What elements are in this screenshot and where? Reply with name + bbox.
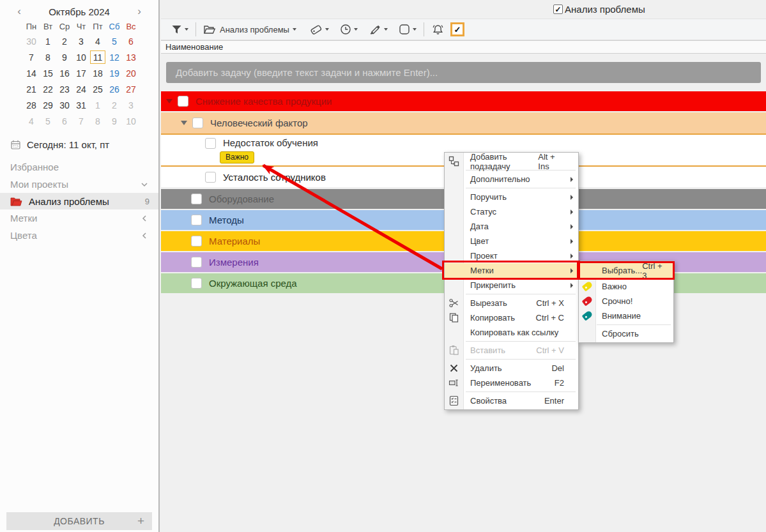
menu-item-date[interactable]: Дата [445,219,578,234]
calendar-day[interactable]: 24 [73,81,89,97]
calendar-day[interactable]: 5 [40,113,56,129]
calendar-day[interactable]: 9 [106,113,123,129]
submenu-item-urgent[interactable]: Срочно! [579,294,673,308]
calendar-day[interactable]: 8 [40,49,56,65]
menu-separator [466,294,576,294]
sidebar-item-my-projects[interactable]: Мои проекты [0,176,158,193]
menu-item-add-subtask[interactable]: Добавить подзадачу Alt + Ins [445,154,578,169]
date-button[interactable] [337,22,360,37]
menu-item-copy-as-link[interactable]: Копировать как ссылку [445,325,578,340]
submenu-item-attention[interactable]: Внимание [579,308,673,323]
add-task-input[interactable]: Добавить задачу (введите текст задачи и … [166,62,761,83]
calendar-day[interactable]: 17 [73,65,89,81]
menu-item-attach[interactable]: Прикрепить [445,278,578,293]
sidebar-item-colors[interactable]: Цвета [0,227,158,244]
calendar-day[interactable]: 6 [56,113,73,129]
calendar-day[interactable]: 1 [89,97,106,113]
calendar-day[interactable]: 10 [73,49,89,65]
calendar-day[interactable]: 16 [56,65,73,81]
task-checkbox[interactable] [192,118,203,128]
task-row-quality-decline[interactable]: Снижение качества продукции [161,91,766,111]
menu-item-copy[interactable]: Копировать Ctrl + C [445,310,578,325]
calendar-day-today[interactable]: 11 [90,50,105,64]
calendar-day[interactable]: 30 [23,33,40,49]
filter-button[interactable] [169,22,190,37]
calendar-day[interactable]: 20 [123,65,139,81]
calendar-day[interactable]: 21 [23,81,40,97]
calendar-day[interactable]: 30 [56,97,73,113]
menu-item-more[interactable]: Дополнительно [445,172,578,186]
sidebar-item-problem-analysis[interactable]: Анализ проблемы 9 [0,193,158,209]
calendar-day[interactable]: 4 [89,33,106,49]
collapse-triangle-icon[interactable] [181,121,187,125]
calendar-day[interactable]: 5 [106,33,123,49]
menu-item-labels[interactable]: Метки [445,263,578,278]
calendar-day[interactable]: 7 [73,113,89,129]
today-shortcut[interactable]: Сегодня: 11 окт, пт [0,139,158,150]
project-selector-button[interactable]: Анализ проблемы [201,22,298,36]
submenu-item-important[interactable]: Важно [579,279,673,294]
labels-button[interactable] [307,22,331,37]
submenu-item-choose[interactable]: Выбрать... Ctrl + 3 [579,262,673,279]
calendar-day[interactable]: 2 [56,33,73,49]
task-checkbox[interactable] [178,96,188,107]
menu-item-project[interactable]: Проект [445,248,578,263]
menu-item-label: Свойства [470,396,507,406]
menu-item-cut[interactable]: Вырезать Ctrl + X [445,296,578,310]
calendar-day[interactable]: 26 [106,81,123,97]
calendar-day[interactable]: 28 [23,97,40,113]
task-checkbox[interactable] [191,257,202,268]
calendar-day[interactable]: 13 [123,49,139,65]
calendar-day[interactable]: 23 [56,81,73,97]
project-checkbox[interactable]: ✓ [553,4,563,14]
task-label-chip[interactable]: Важно [220,151,254,163]
calendar-prev-icon[interactable]: ‹ [14,5,24,18]
task-row-human-factor[interactable]: Человеческий фактор [161,112,766,133]
menu-item-delete[interactable]: Удалить Del [445,361,578,376]
menu-item-properties[interactable]: Свойства Enter [445,393,578,408]
calendar-day[interactable]: 15 [40,65,56,81]
calendar-next-icon[interactable]: › [134,5,144,18]
calendar-day[interactable]: 10 [123,113,139,129]
color-button[interactable] [366,22,390,37]
calendar-day[interactable]: 7 [23,49,40,65]
show-completed-toggle[interactable]: ✓ [450,22,464,36]
menu-item-status[interactable]: Статус [445,204,578,219]
task-checkbox[interactable] [191,278,202,289]
calendar-day[interactable]: 22 [40,81,56,97]
menu-item-color[interactable]: Цвет [445,234,578,248]
collapse-triangle-icon[interactable] [166,99,172,103]
calendar-day[interactable]: 6 [123,33,139,49]
status-frame-button[interactable] [396,22,418,37]
calendar-header: ‹ Октябрь 2024 › [0,0,158,19]
sidebar-item-labels[interactable]: Метки [0,209,158,227]
submenu-item-reset[interactable]: Сбросить [579,326,673,341]
task-checkbox[interactable] [191,194,202,204]
calendar-day[interactable]: 27 [123,81,139,97]
task-checkbox[interactable] [191,215,202,225]
calendar-day[interactable]: 4 [23,113,40,129]
calendar-day[interactable]: 8 [89,113,106,129]
column-header[interactable]: Наименование [161,40,766,54]
calendar-day[interactable]: 9 [56,49,73,65]
menu-item-rename[interactable]: Переименовать F2 [445,376,578,390]
add-button[interactable]: ДОБАВИТЬ + [6,512,152,530]
notifications-button[interactable] [429,22,447,37]
calendar-day[interactable]: 12 [106,49,123,65]
sidebar-item-favorites[interactable]: Избранное [0,158,158,176]
calendar-day[interactable]: 3 [73,33,89,49]
task-checkbox[interactable] [205,172,216,183]
calendar-day[interactable]: 2 [106,97,123,113]
calendar-day[interactable]: 31 [73,97,89,113]
task-checkbox[interactable] [191,236,202,247]
task-checkbox[interactable] [205,138,216,149]
calendar-day[interactable]: 18 [89,65,106,81]
calendar-day[interactable]: 29 [40,97,56,113]
menu-item-assign[interactable]: Поручить [445,190,578,204]
calendar-day[interactable]: 14 [23,65,40,81]
menu-item-shortcut: Ctrl + V [536,346,564,355]
calendar-day[interactable]: 25 [89,81,106,97]
calendar-day[interactable]: 1 [40,33,56,49]
calendar-day[interactable]: 3 [123,97,139,113]
calendar-day[interactable]: 19 [106,65,123,81]
